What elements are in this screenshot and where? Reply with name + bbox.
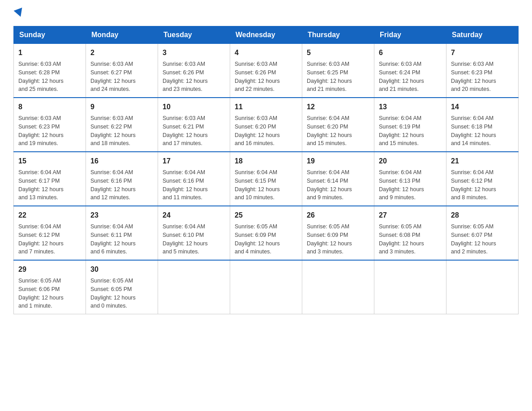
- calendar-cell: 26Sunrise: 6:05 AMSunset: 6:09 PMDayligh…: [302, 206, 374, 260]
- day-info: Sunrise: 6:04 AMSunset: 6:12 PMDaylight:…: [18, 223, 81, 256]
- day-info: Sunrise: 6:05 AMSunset: 6:05 PMDaylight:…: [90, 277, 153, 310]
- calendar-cell: 29Sunrise: 6:05 AMSunset: 6:06 PMDayligh…: [14, 260, 86, 314]
- calendar-cell: 22Sunrise: 6:04 AMSunset: 6:12 PMDayligh…: [14, 206, 86, 260]
- day-number: 27: [379, 210, 442, 221]
- calendar-cell: 24Sunrise: 6:04 AMSunset: 6:10 PMDayligh…: [158, 206, 230, 260]
- day-info: Sunrise: 6:05 AMSunset: 6:06 PMDaylight:…: [18, 277, 81, 310]
- calendar-cell: [158, 260, 230, 314]
- header-tuesday: Tuesday: [158, 26, 230, 44]
- calendar-cell: 4Sunrise: 6:03 AMSunset: 6:26 PMDaylight…: [230, 44, 302, 98]
- day-info: Sunrise: 6:04 AMSunset: 6:16 PMDaylight:…: [163, 168, 225, 202]
- day-info: Sunrise: 6:04 AMSunset: 6:15 PMDaylight:…: [235, 168, 297, 202]
- calendar-cell: 9Sunrise: 6:03 AMSunset: 6:22 PMDaylight…: [86, 98, 158, 152]
- week-row-3: 15Sunrise: 6:04 AMSunset: 6:17 PMDayligh…: [14, 152, 519, 206]
- day-number: 6: [379, 47, 442, 58]
- day-info: Sunrise: 6:03 AMSunset: 6:24 PMDaylight:…: [379, 60, 442, 94]
- day-number: 5: [307, 47, 369, 58]
- day-number: 9: [90, 102, 153, 112]
- header-wednesday: Wednesday: [230, 26, 302, 44]
- day-number: 25: [235, 210, 297, 221]
- calendar-cell: 21Sunrise: 6:04 AMSunset: 6:12 PMDayligh…: [446, 152, 519, 206]
- day-number: 17: [163, 156, 225, 167]
- day-number: 19: [307, 156, 369, 167]
- day-info: Sunrise: 6:05 AMSunset: 6:07 PMDaylight:…: [451, 223, 514, 256]
- day-number: 21: [451, 156, 514, 167]
- calendar-cell: [230, 260, 302, 314]
- calendar-cell: 2Sunrise: 6:03 AMSunset: 6:27 PMDaylight…: [86, 44, 158, 98]
- calendar-cell: [446, 260, 519, 314]
- day-info: Sunrise: 6:04 AMSunset: 6:13 PMDaylight:…: [379, 168, 442, 202]
- calendar-cell: 10Sunrise: 6:03 AMSunset: 6:21 PMDayligh…: [158, 98, 230, 152]
- weekday-header-row: SundayMondayTuesdayWednesdayThursdayFrid…: [14, 26, 519, 44]
- day-info: Sunrise: 6:04 AMSunset: 6:11 PMDaylight:…: [90, 223, 153, 256]
- day-number: 11: [235, 102, 297, 112]
- day-number: 10: [163, 102, 225, 112]
- day-info: Sunrise: 6:05 AMSunset: 6:09 PMDaylight:…: [235, 223, 297, 256]
- day-number: 24: [163, 210, 225, 221]
- day-info: Sunrise: 6:05 AMSunset: 6:08 PMDaylight:…: [379, 223, 442, 256]
- calendar-cell: 16Sunrise: 6:04 AMSunset: 6:16 PMDayligh…: [86, 152, 158, 206]
- day-info: Sunrise: 6:03 AMSunset: 6:27 PMDaylight:…: [90, 60, 153, 94]
- day-info: Sunrise: 6:04 AMSunset: 6:19 PMDaylight:…: [379, 114, 442, 148]
- calendar-cell: 30Sunrise: 6:05 AMSunset: 6:05 PMDayligh…: [86, 260, 158, 314]
- day-number: 7: [451, 47, 514, 58]
- day-info: Sunrise: 6:03 AMSunset: 6:23 PMDaylight:…: [451, 60, 514, 94]
- calendar-cell: 12Sunrise: 6:04 AMSunset: 6:20 PMDayligh…: [302, 98, 374, 152]
- day-info: Sunrise: 6:03 AMSunset: 6:20 PMDaylight:…: [235, 114, 297, 148]
- day-number: 26: [307, 210, 369, 221]
- day-number: 2: [90, 47, 153, 58]
- day-number: 20: [379, 156, 442, 167]
- day-info: Sunrise: 6:04 AMSunset: 6:10 PMDaylight:…: [163, 223, 225, 256]
- logo: [13, 9, 25, 17]
- week-row-2: 8Sunrise: 6:03 AMSunset: 6:23 PMDaylight…: [14, 98, 519, 152]
- day-number: 23: [90, 210, 153, 221]
- day-info: Sunrise: 6:03 AMSunset: 6:23 PMDaylight:…: [18, 114, 81, 148]
- day-number: 8: [18, 102, 81, 112]
- header-monday: Monday: [86, 26, 158, 44]
- calendar-cell: 7Sunrise: 6:03 AMSunset: 6:23 PMDaylight…: [446, 44, 519, 98]
- day-info: Sunrise: 6:04 AMSunset: 6:16 PMDaylight:…: [90, 168, 153, 202]
- day-number: 12: [307, 102, 369, 112]
- day-info: Sunrise: 6:03 AMSunset: 6:25 PMDaylight:…: [307, 60, 369, 94]
- day-number: 4: [235, 47, 297, 58]
- day-number: 28: [451, 210, 514, 221]
- week-row-4: 22Sunrise: 6:04 AMSunset: 6:12 PMDayligh…: [14, 206, 519, 260]
- day-number: 22: [18, 210, 81, 221]
- day-number: 13: [379, 102, 442, 112]
- calendar-cell: 17Sunrise: 6:04 AMSunset: 6:16 PMDayligh…: [158, 152, 230, 206]
- day-info: Sunrise: 6:04 AMSunset: 6:17 PMDaylight:…: [18, 168, 81, 202]
- day-number: 14: [451, 102, 514, 112]
- day-info: Sunrise: 6:04 AMSunset: 6:14 PMDaylight:…: [307, 168, 369, 202]
- day-info: Sunrise: 6:03 AMSunset: 6:28 PMDaylight:…: [18, 60, 81, 94]
- week-row-1: 1Sunrise: 6:03 AMSunset: 6:28 PMDaylight…: [14, 44, 519, 98]
- calendar-cell: [302, 260, 374, 314]
- calendar-cell: 1Sunrise: 6:03 AMSunset: 6:28 PMDaylight…: [14, 44, 86, 98]
- calendar-cell: 14Sunrise: 6:04 AMSunset: 6:18 PMDayligh…: [446, 98, 519, 152]
- calendar-cell: 25Sunrise: 6:05 AMSunset: 6:09 PMDayligh…: [230, 206, 302, 260]
- calendar-cell: 11Sunrise: 6:03 AMSunset: 6:20 PMDayligh…: [230, 98, 302, 152]
- day-number: 3: [163, 47, 225, 58]
- calendar-table: SundayMondayTuesdayWednesdayThursdayFrid…: [13, 26, 519, 314]
- day-number: 30: [90, 264, 153, 275]
- day-number: 29: [18, 264, 81, 275]
- logo-triangle-icon: [14, 8, 25, 18]
- day-info: Sunrise: 6:03 AMSunset: 6:26 PMDaylight:…: [235, 60, 297, 94]
- calendar-cell: 6Sunrise: 6:03 AMSunset: 6:24 PMDaylight…: [374, 44, 446, 98]
- page-header: [13, 9, 519, 17]
- day-number: 16: [90, 156, 153, 167]
- calendar-cell: 27Sunrise: 6:05 AMSunset: 6:08 PMDayligh…: [374, 206, 446, 260]
- header-friday: Friday: [374, 26, 446, 44]
- day-info: Sunrise: 6:03 AMSunset: 6:26 PMDaylight:…: [163, 60, 225, 94]
- calendar-cell: [374, 260, 446, 314]
- calendar-cell: 15Sunrise: 6:04 AMSunset: 6:17 PMDayligh…: [14, 152, 86, 206]
- calendar-cell: 19Sunrise: 6:04 AMSunset: 6:14 PMDayligh…: [302, 152, 374, 206]
- day-number: 18: [235, 156, 297, 167]
- calendar-cell: 18Sunrise: 6:04 AMSunset: 6:15 PMDayligh…: [230, 152, 302, 206]
- day-info: Sunrise: 6:04 AMSunset: 6:18 PMDaylight:…: [451, 114, 514, 148]
- week-row-5: 29Sunrise: 6:05 AMSunset: 6:06 PMDayligh…: [14, 260, 519, 314]
- logo-area: [13, 9, 25, 17]
- calendar-cell: 5Sunrise: 6:03 AMSunset: 6:25 PMDaylight…: [302, 44, 374, 98]
- calendar-cell: 28Sunrise: 6:05 AMSunset: 6:07 PMDayligh…: [446, 206, 519, 260]
- calendar-cell: 8Sunrise: 6:03 AMSunset: 6:23 PMDaylight…: [14, 98, 86, 152]
- day-info: Sunrise: 6:04 AMSunset: 6:20 PMDaylight:…: [307, 114, 369, 148]
